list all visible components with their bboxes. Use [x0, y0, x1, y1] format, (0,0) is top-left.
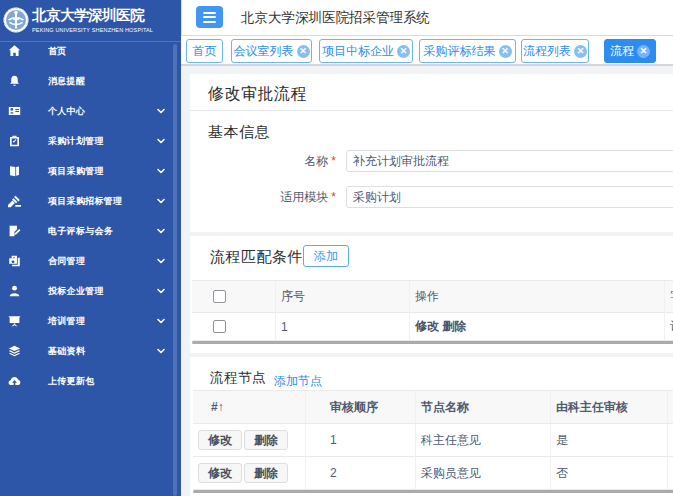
app-title: 北京大学深圳医院招采管理系统	[241, 0, 430, 35]
home-icon	[8, 45, 21, 58]
tab-evaluation-results[interactable]: 采购评标结果 ✕	[419, 39, 516, 63]
tab-process[interactable]: 流程 ✕	[604, 39, 656, 63]
panel-basic-info: 修改审批流程 基本信息 名称* 适用模块*	[190, 74, 673, 232]
content-area: 修改审批流程 基本信息 名称* 适用模块* 流程匹配条件 添加 序号	[181, 66, 673, 496]
layers-icon	[8, 345, 21, 358]
sidebar-item-label: 消息提醒	[48, 75, 85, 88]
column-header-node-name: 节点名称	[416, 391, 551, 424]
hamburger-bar	[203, 21, 216, 23]
cell-seq: 1	[276, 313, 410, 341]
horizontal-scrollbar[interactable]	[193, 490, 673, 493]
name-input[interactable]	[346, 150, 673, 172]
section-heading-conditions: 流程匹配条件	[210, 248, 303, 267]
required-asterisk: *	[331, 154, 336, 168]
cell-dept-head: 否	[551, 457, 668, 490]
sidebar-item-label: 个人中心	[48, 105, 85, 118]
cell-empty	[668, 391, 673, 424]
add-condition-button[interactable]: 添加	[303, 245, 349, 267]
bell-icon	[8, 75, 21, 88]
cell-empty	[668, 424, 673, 457]
sidebar-item-project-procurement[interactable]: 项目采购管理	[0, 156, 181, 186]
add-node-link[interactable]: 添加节点	[274, 373, 322, 390]
chevron-down-icon	[156, 136, 166, 146]
module-field-label: 适用模块*	[190, 186, 336, 208]
tab-label: 流程	[610, 43, 634, 60]
tab-label: 流程列表	[523, 43, 571, 60]
sidebar: 北京大学深圳医院 PEKING UNIVERSITY SHENZHEN HOSP…	[0, 0, 181, 496]
sidebar-item-label: 项目采购招标管理	[48, 195, 122, 208]
chevron-down-icon	[156, 166, 166, 176]
sidebar-item-e-evaluation[interactable]: 电子评标与会务	[0, 216, 181, 246]
cell-order: 1	[306, 424, 416, 457]
tab-process-list[interactable]: 流程列表 ✕	[521, 39, 589, 63]
modify-button[interactable]: 修改	[198, 430, 242, 450]
nodes-heading-row: 流程节点 添加节点	[190, 366, 673, 390]
sidebar-item-basic-data[interactable]: 基础资料	[0, 336, 181, 366]
tab-winning-bidders[interactable]: 项目中标企业 ✕	[319, 39, 413, 63]
cloud-upload-icon	[8, 375, 21, 388]
sidebar-item-label: 基础资料	[48, 345, 85, 358]
cell-node-name: 科主任意见	[416, 424, 551, 457]
modify-button[interactable]: 修改	[198, 463, 242, 483]
delete-button[interactable]: 删除	[244, 430, 288, 450]
top-navbar: 北京大学深圳医院招采管理系统	[181, 0, 673, 36]
table-body: 1 修改 删除 计划类型	[192, 313, 673, 341]
sidebar-item-label: 项目采购管理	[48, 165, 104, 178]
book-icon	[8, 165, 21, 178]
cell-field: 计划类型	[665, 313, 673, 341]
panel-process-nodes: 流程节点 添加节点 #↑ 审核顺序 节点名称 由科主任审核 修改 删除	[190, 357, 673, 496]
clipboard-check-icon	[8, 135, 21, 148]
chevron-down-icon	[156, 256, 166, 266]
sidebar-item-contract-management[interactable]: 合同管理	[0, 246, 181, 276]
hospital-name-en: PEKING UNIVERSITY SHENZHEN HOSPITAL	[32, 27, 164, 33]
sidebar-item-personal-center[interactable]: 个人中心	[0, 96, 181, 126]
sidebar-item-messages[interactable]: 消息提醒	[0, 66, 181, 96]
sidebar-item-label: 上传更新包	[48, 375, 95, 388]
sidebar-scrollbar[interactable]	[173, 44, 177, 496]
select-all-checkbox[interactable]	[213, 290, 226, 303]
chevron-down-icon	[156, 196, 166, 206]
section-heading-basic: 基本信息	[208, 123, 270, 142]
row-action-links[interactable]: 修改 删除	[415, 318, 466, 335]
divider	[190, 110, 673, 111]
sidebar-item-training-management[interactable]: 培训管理	[0, 306, 181, 336]
hospital-name: 北京大学深圳医院	[32, 6, 178, 25]
horizontal-scrollbar[interactable]	[192, 341, 673, 344]
delete-button[interactable]: 删除	[244, 463, 288, 483]
sidebar-item-home[interactable]: 首页	[0, 36, 181, 66]
page-title: 修改审批流程	[208, 84, 307, 105]
sidebar-item-upload-update[interactable]: 上传更新包	[0, 366, 181, 396]
section-heading-nodes: 流程节点	[210, 369, 266, 387]
tab-home[interactable]: 首页	[186, 39, 223, 63]
presentation-icon	[8, 315, 21, 328]
document-edit-icon	[8, 225, 21, 238]
table-row: 修改 删除 2 采购员意见 否	[193, 457, 673, 490]
sidebar-item-bidder-management[interactable]: 投标企业管理	[0, 276, 181, 306]
column-header-field: 字段	[665, 281, 673, 313]
close-icon[interactable]: ✕	[637, 45, 650, 58]
close-icon[interactable]: ✕	[397, 45, 410, 58]
chevron-down-icon	[156, 346, 166, 356]
tab-meeting-room-list[interactable]: 会议室列表 ✕	[231, 39, 312, 63]
table-header-row: 序号 操作 字段	[192, 281, 673, 313]
user-icon	[8, 285, 21, 298]
chevron-down-icon	[156, 226, 166, 236]
close-icon[interactable]: ✕	[574, 45, 587, 58]
sidebar-item-label: 培训管理	[48, 315, 85, 328]
main-area: 北京大学深圳医院招采管理系统 首页 会议室列表 ✕ 项目中标企业 ✕ 采购评标结…	[181, 0, 673, 496]
name-field-label: 名称*	[190, 150, 336, 172]
tab-label: 项目中标企业	[322, 43, 394, 60]
sidebar-item-label: 采购计划管理	[48, 135, 104, 148]
row-checkbox[interactable]	[213, 320, 226, 333]
column-header-sort: #↑	[193, 391, 306, 424]
menu-toggle-button[interactable]	[196, 6, 223, 28]
close-icon[interactable]: ✕	[297, 45, 310, 58]
column-header-actions: 操作	[410, 281, 665, 313]
sidebar-item-procurement-plan[interactable]: 采购计划管理	[0, 126, 181, 156]
chevron-down-icon	[156, 286, 166, 296]
hamburger-bar	[203, 12, 216, 14]
panel-match-conditions: 流程匹配条件 添加 序号 操作 字段 1 修改 删除 计划类型	[190, 236, 673, 353]
sidebar-item-bidding-management[interactable]: 项目采购招标管理	[0, 186, 181, 216]
module-input[interactable]	[346, 186, 673, 208]
close-icon[interactable]: ✕	[499, 45, 512, 58]
